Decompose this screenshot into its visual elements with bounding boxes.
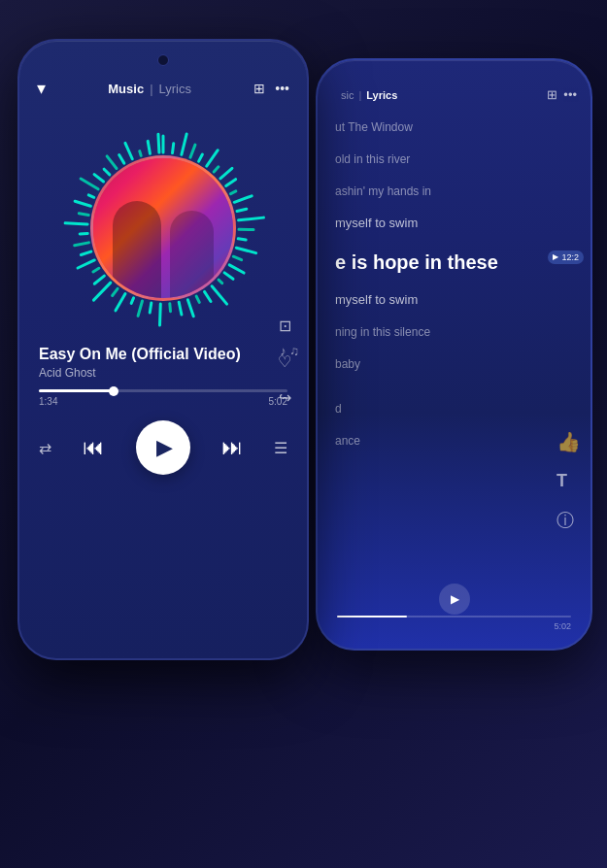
svg-line-2 xyxy=(182,133,186,153)
svg-line-41 xyxy=(75,201,90,206)
lyric-line: ut The Window xyxy=(335,119,547,136)
side-icons: ⊡ ♡ ↪ xyxy=(278,316,291,406)
svg-line-10 xyxy=(234,195,252,201)
header: ▾ Music | Lyrics ⊞ ••• xyxy=(19,41,307,109)
back-header: sic | Lyrics ⊞ ••• xyxy=(318,60,590,112)
svg-line-16 xyxy=(233,256,241,259)
svg-line-25 xyxy=(170,303,171,311)
lyric-line: ashin' my hands in xyxy=(335,184,547,200)
time-badge: ▶ 12:2 xyxy=(548,250,584,264)
thumbup-icon[interactable]: 👍 xyxy=(556,430,581,453)
heart-icon[interactable]: ♡ xyxy=(278,351,291,370)
back-side-icons: 👍 T ⓘ xyxy=(556,430,581,532)
album-art xyxy=(90,155,236,301)
lyric-line: myself to swim xyxy=(335,215,547,232)
svg-line-15 xyxy=(236,248,255,252)
tab-divider: | xyxy=(150,82,152,96)
svg-line-26 xyxy=(160,303,161,324)
header-actions: ⊞ ••• xyxy=(253,81,289,96)
svg-line-27 xyxy=(150,303,152,313)
chevron-down-icon[interactable]: ▾ xyxy=(37,78,46,99)
svg-line-40 xyxy=(79,213,88,215)
svg-line-51 xyxy=(158,134,159,152)
svg-line-12 xyxy=(239,217,264,220)
back-play-icon: ▶ xyxy=(451,592,459,606)
svg-line-36 xyxy=(81,251,90,254)
progress-thumb[interactable] xyxy=(109,386,118,396)
svg-line-14 xyxy=(238,238,246,239)
svg-line-1 xyxy=(173,143,174,152)
waveform-container xyxy=(56,121,270,335)
phone-back: sic | Lyrics ⊞ ••• ut The Window old in … xyxy=(316,58,592,651)
shuffle-button[interactable]: ⇄ xyxy=(39,439,51,457)
time-current: 1:34 xyxy=(39,396,57,407)
phone-front: ▾ Music | Lyrics ⊞ ••• xyxy=(17,39,309,660)
equalizer-icon[interactable]: ⊞ xyxy=(253,81,265,96)
more-options-icon[interactable]: ••• xyxy=(275,81,289,96)
album-area xyxy=(19,109,307,342)
play-icon: ▶ xyxy=(156,435,173,460)
tab-music[interactable]: Music xyxy=(108,82,144,96)
lyrics-section: ut The Window old in this river ashin' m… xyxy=(318,112,590,473)
camera-dot xyxy=(157,54,169,66)
lyric-active-container: e is hope in these ▶ 12:2 xyxy=(335,249,547,276)
svg-line-29 xyxy=(131,297,133,303)
track-artist: Acid Ghost xyxy=(39,366,258,380)
svg-line-23 xyxy=(187,299,193,316)
lyric-line: baby xyxy=(335,356,547,373)
progress-bar[interactable] xyxy=(39,389,287,392)
back-tab-music[interactable]: sic xyxy=(341,89,354,101)
playlist-icon[interactable]: ☰ xyxy=(274,439,287,457)
svg-line-49 xyxy=(140,150,141,155)
back-progress: 5:02 xyxy=(337,616,571,631)
svg-line-24 xyxy=(179,302,182,315)
badge-time: 12:2 xyxy=(561,252,579,262)
progress-section: 1:34 5:02 xyxy=(19,380,307,409)
tab-lyrics[interactable]: Lyrics xyxy=(159,82,191,96)
track-title: Easy On Me (Official Video) xyxy=(39,346,258,363)
back-play-button[interactable]: ▶ xyxy=(439,584,470,615)
album-image xyxy=(93,158,233,298)
back-progress-bar[interactable] xyxy=(337,616,571,618)
text-format-icon[interactable]: T xyxy=(556,471,581,491)
progress-fill xyxy=(39,389,114,392)
lyric-line: old in this river xyxy=(335,151,547,168)
lyric-line: d xyxy=(335,401,547,417)
back-tab-lyrics[interactable]: Lyrics xyxy=(366,89,397,101)
progress-times: 1:34 5:02 xyxy=(39,396,287,407)
svg-line-28 xyxy=(138,300,142,315)
lyric-line: ance xyxy=(335,433,547,450)
info-icon[interactable]: ⓘ xyxy=(556,509,581,532)
svg-line-39 xyxy=(65,222,87,223)
svg-line-35 xyxy=(78,259,94,267)
previous-button[interactable]: ⏮ xyxy=(83,435,104,460)
svg-line-11 xyxy=(237,209,247,211)
cast-icon[interactable]: ⊡ xyxy=(279,316,291,334)
back-progress-time: 5:02 xyxy=(337,621,571,631)
back-play-row: ▶ xyxy=(439,584,470,615)
svg-line-50 xyxy=(148,141,150,153)
svg-line-48 xyxy=(125,143,132,158)
svg-line-3 xyxy=(190,145,195,157)
back-more-icon[interactable]: ••• xyxy=(563,87,577,102)
lyric-line: ning in this silence xyxy=(335,324,547,341)
back-tab-divider: | xyxy=(358,89,361,101)
svg-line-38 xyxy=(80,233,87,234)
svg-line-37 xyxy=(75,242,89,245)
play-pause-button[interactable]: ▶ xyxy=(136,420,190,475)
lyric-line: myself to swim xyxy=(335,291,547,309)
next-button[interactable]: ⏭ xyxy=(221,435,243,460)
lyric-line-active: e is hope in these xyxy=(335,249,547,276)
back-equalizer-icon[interactable]: ⊞ xyxy=(547,87,557,102)
back-header-tabs: sic | Lyrics xyxy=(341,89,397,101)
playback-controls: ⇄ ⏮ ▶ ⏭ ☰ xyxy=(19,409,307,484)
back-progress-fill xyxy=(337,616,407,618)
header-tabs: Music | Lyrics xyxy=(108,82,191,96)
